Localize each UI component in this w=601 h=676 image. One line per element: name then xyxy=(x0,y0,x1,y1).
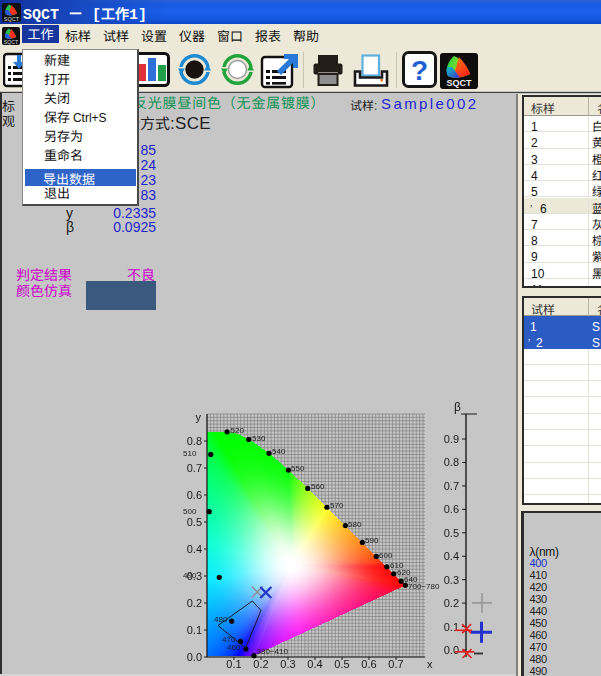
svg-text:SQCT: SQCT xyxy=(4,39,19,45)
svg-text:SQCT: SQCT xyxy=(4,16,20,22)
svg-text:?: ? xyxy=(411,55,428,86)
svg-text:SQCT: SQCT xyxy=(446,78,472,88)
